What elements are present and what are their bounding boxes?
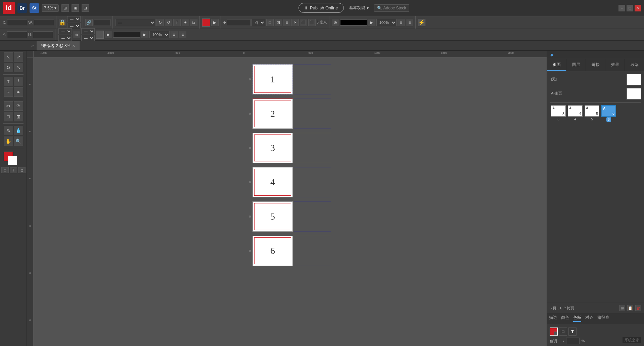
h-input[interactable] xyxy=(33,31,53,38)
color-swatch-red[interactable] xyxy=(550,328,558,336)
collapse-arrow-icon[interactable]: « xyxy=(29,43,37,48)
page-6[interactable]: 6 xyxy=(252,236,293,266)
stroke-swatch-2[interactable] xyxy=(96,31,104,39)
panel-page-5[interactable]: A 5 5 xyxy=(585,105,599,122)
effects-icon[interactable]: ✦ xyxy=(182,19,189,26)
bpt-pathfinder[interactable]: 路径查 xyxy=(597,315,609,322)
stroke-more-icon[interactable]: ▶ xyxy=(141,31,148,38)
y-input[interactable] xyxy=(7,31,27,38)
bleed-mode[interactable]: ⊡ xyxy=(18,167,26,173)
panel-page-3-thumb[interactable]: A 3 xyxy=(551,105,566,117)
image-tool[interactable]: ⊞ xyxy=(14,112,23,121)
panel-tab-paragraph[interactable]: 段落 xyxy=(625,59,644,71)
anchor-icon[interactable]: ⊕ xyxy=(73,31,80,38)
v2-dropdown[interactable]: — xyxy=(58,35,72,41)
fill-square-icon[interactable]: □ xyxy=(559,328,567,336)
h2-dropdown[interactable]: — xyxy=(58,28,72,34)
selection-tool[interactable]: ↖ xyxy=(4,52,13,62)
brush-tool[interactable]: ~ xyxy=(4,87,13,97)
bpt-swatches[interactable]: 色板 xyxy=(573,315,581,322)
bpt-align[interactable]: 对齐 xyxy=(585,315,593,322)
rotate-dropdown[interactable]: — xyxy=(115,19,155,26)
stroke-preview[interactable] xyxy=(113,32,140,38)
delete-page-icon[interactable]: 🗑 xyxy=(635,305,641,311)
more-icon[interactable]: ▶ xyxy=(211,19,219,26)
doc-tab[interactable]: *未命名-2 @ 8% ✕ xyxy=(37,41,80,50)
stroke-input[interactable] xyxy=(94,19,110,26)
corner-style-icon[interactable]: ⊡ xyxy=(275,19,282,26)
background-color[interactable] xyxy=(8,156,17,165)
note-tool[interactable]: ✎ xyxy=(4,126,13,135)
preview-mode[interactable]: T xyxy=(10,167,17,173)
panel-page-5-thumb[interactable]: A 5 xyxy=(585,105,599,117)
br-logo-icon[interactable]: Br xyxy=(17,3,27,13)
workspace-area[interactable]: 基本功能 ▾ xyxy=(349,5,369,11)
new-master-icon[interactable]: ⊞ xyxy=(619,305,625,311)
w-input[interactable] xyxy=(34,19,54,26)
layout-icon-2[interactable]: ▣ xyxy=(72,4,79,12)
panel-page-6-thumb[interactable]: A 6 xyxy=(601,105,616,117)
page-1[interactable]: 1 xyxy=(252,64,293,94)
eyedropper-tool[interactable]: 💧 xyxy=(14,126,23,135)
panel-page-4[interactable]: A 4 4 xyxy=(568,105,583,122)
normal-mode[interactable]: □ xyxy=(1,167,9,173)
stock-search[interactable]: 🔍 Adobe Stock xyxy=(374,4,409,12)
type-icon[interactable]: T xyxy=(173,19,181,26)
stroke-style-icon[interactable]: □ xyxy=(266,19,274,26)
master-thumb[interactable] xyxy=(627,88,641,100)
panel-page-4-thumb[interactable]: A 4 xyxy=(568,105,583,117)
rotate-cw-icon[interactable]: ↻ xyxy=(156,19,164,26)
close-button[interactable]: ✕ xyxy=(635,5,641,11)
scissors-tool[interactable]: ✂ xyxy=(4,101,13,111)
layout-icon-3[interactable]: ⊟ xyxy=(82,4,89,12)
rotate-tool[interactable]: ↻ xyxy=(4,63,13,72)
bpt-color[interactable]: 颜色 xyxy=(561,315,569,322)
publish-online-button[interactable]: ⬆ Publish Online xyxy=(298,3,344,13)
st-logo-icon[interactable]: St xyxy=(30,3,39,13)
align-icons2[interactable]: ≡ xyxy=(406,19,413,26)
none-thumb[interactable] xyxy=(627,74,641,85)
layer2-icon[interactable]: ≡ xyxy=(179,31,186,38)
minimize-button[interactable]: − xyxy=(618,5,625,11)
blend-dropdown[interactable]: — xyxy=(81,28,95,34)
fill-more-icon[interactable]: ▶ xyxy=(368,19,375,26)
fill-bar[interactable] xyxy=(340,20,367,26)
canvas-area[interactable]: -1500 -1000 -500 0 500 1000 1500 2000 0 … xyxy=(27,51,547,346)
opacity-dropdown[interactable]: 100% xyxy=(376,19,397,26)
panel-tab-pages[interactable]: 页面 xyxy=(547,59,566,71)
more2-icon[interactable]: ▶ xyxy=(105,31,112,38)
zoom-control[interactable]: 7.5% ▾ xyxy=(42,4,59,12)
page-4[interactable]: 4 xyxy=(252,167,293,197)
panel-tab-effects[interactable]: 效果 xyxy=(605,59,625,71)
zoom-dropdown-icon[interactable]: ▾ xyxy=(54,6,56,10)
direct-select-tool[interactable]: ↗ xyxy=(14,52,23,62)
canvas-content[interactable]: 0 1 xyxy=(34,57,547,346)
layout-icon-1[interactable]: ⊞ xyxy=(61,4,69,12)
text-tool[interactable]: T xyxy=(4,77,13,86)
rectangle-tool[interactable]: □ xyxy=(4,112,13,121)
pencil-tool[interactable]: / xyxy=(14,77,23,86)
bpt-stroke[interactable]: 描边 xyxy=(549,315,557,322)
stroke-val-input[interactable]: 0.283 点 xyxy=(227,19,250,26)
stroke-unit[interactable]: 点 xyxy=(251,19,265,26)
x-input[interactable] xyxy=(7,19,27,26)
align-left-icon[interactable]: ⬛ xyxy=(300,19,307,26)
page-3[interactable]: 3 xyxy=(252,133,293,163)
blend2-dropdown[interactable]: — xyxy=(81,35,95,41)
text-fill-icon[interactable]: T xyxy=(568,328,577,336)
free-transform-tool[interactable]: ⟳ xyxy=(14,101,23,111)
hand-tool[interactable]: ✋ xyxy=(4,137,13,146)
link-icon[interactable]: 🔗 xyxy=(85,19,93,26)
color-swatch-pair[interactable] xyxy=(4,152,17,165)
opacity2-dropdown[interactable]: 100% xyxy=(149,31,170,38)
rotate-ccw-icon[interactable]: ↺ xyxy=(165,19,172,26)
fx-icon[interactable]: fx xyxy=(190,19,197,26)
h-dropdown[interactable]: — xyxy=(67,16,81,22)
stroke-color-swatch[interactable] xyxy=(202,18,210,27)
zoom-tool[interactable]: 🔍 xyxy=(14,137,23,146)
panel-tab-links[interactable]: 链接 xyxy=(586,59,605,71)
constrain-icon[interactable]: 🔒 xyxy=(59,19,66,26)
fill-none-icon[interactable]: ⊘ xyxy=(332,19,339,26)
page-2[interactable]: 2 xyxy=(252,99,293,129)
scale-tool[interactable]: ⤡ xyxy=(14,63,23,72)
